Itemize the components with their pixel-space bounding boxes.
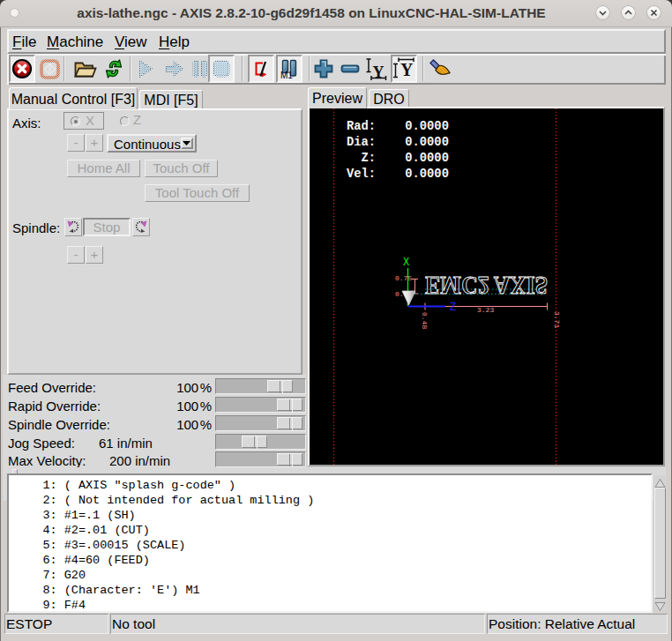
svg-text:3.23: 3.23: [477, 306, 494, 314]
svg-text:Z: 0.0000: Z: 0.0000: [347, 152, 449, 165]
svg-text:Dia: 0.0000: Dia: 0.0000: [347, 136, 449, 149]
svg-text:EMC2 AXIS: EMC2 AXIS: [425, 272, 548, 300]
svg-text:0.48: 0.48: [421, 312, 429, 329]
svg-text:Vel: 0.0000: Vel: 0.0000: [347, 168, 449, 181]
svg-text:Y: Y: [373, 63, 385, 81]
svg-text:M1: M1: [280, 71, 293, 79]
svg-text:Rad: 0.0000: Rad: 0.0000: [347, 120, 449, 133]
svg-text:Y: Y: [400, 60, 414, 79]
svg-text:Z: Z: [450, 302, 456, 314]
svg-text:3.71: 3.71: [553, 311, 561, 328]
svg-text:X: X: [403, 257, 409, 269]
svg-text:0.75: 0.75: [395, 274, 412, 282]
